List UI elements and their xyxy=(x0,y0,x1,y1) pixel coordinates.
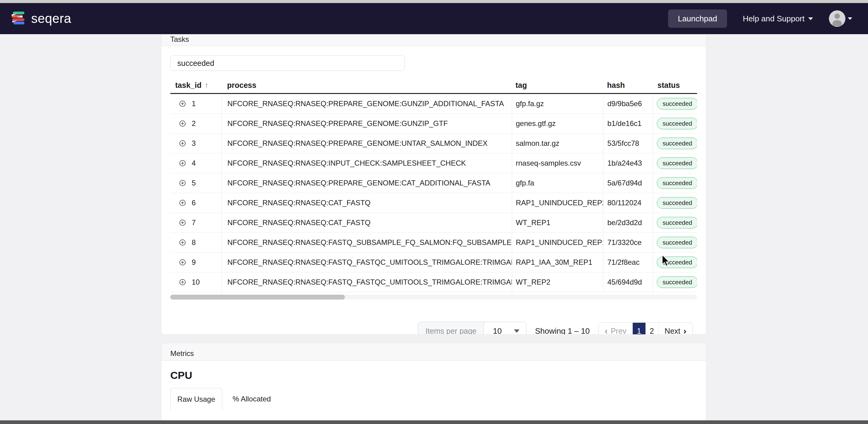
task-tag: rnaseq-samples.csv xyxy=(512,154,603,173)
status-badge: succeeded xyxy=(657,137,697,149)
task-tag: WT_REP1 xyxy=(512,213,603,232)
task-tag: RAP1_UNINDUCED_REP2 xyxy=(512,193,603,213)
tab-percent-allocated[interactable]: % Allocated xyxy=(222,388,281,410)
table-row: 5 NFCORE_RNASEQ:RNASEQ:PREPARE_GENOME:CA… xyxy=(170,173,697,193)
table-row: 7 NFCORE_RNASEQ:RNASEQ:CAT_FASTQ WT_REP1… xyxy=(170,213,697,233)
task-filter-input[interactable] xyxy=(170,56,405,71)
task-id-value: 1 xyxy=(192,99,196,108)
task-id-value: 9 xyxy=(192,258,196,267)
launchpad-button[interactable]: Launchpad xyxy=(668,9,727,28)
table-row: 8 NFCORE_RNASEQ:RNASEQ:FASTQ_SUBSAMPLE_F… xyxy=(170,233,697,253)
cpu-section-title: CPU xyxy=(170,369,697,381)
task-id-value: 4 xyxy=(192,159,196,167)
task-tag: WT_REP2 xyxy=(512,272,603,292)
status-badge: succeeded xyxy=(657,157,697,169)
task-hash: b1/de16c1 xyxy=(603,114,653,133)
tasks-table: task_id ↑ process tag hash status 1 NFCO… xyxy=(170,77,697,292)
task-process: NFCORE_RNASEQ:RNASEQ:FASTQ_FASTQC_UMITOO… xyxy=(221,253,512,272)
items-per-page-label: Items per page xyxy=(418,322,484,335)
items-per-page-select[interactable]: 10 xyxy=(484,322,526,335)
screen-top-edge xyxy=(0,0,868,3)
expand-task-icon[interactable] xyxy=(179,140,186,147)
help-and-support-menu[interactable]: Help and Support xyxy=(743,14,813,24)
sort-ascending-icon: ↑ xyxy=(205,80,209,90)
items-per-page-value: 10 xyxy=(493,326,502,335)
top-navbar: seqera Launchpad Help and Support xyxy=(0,3,868,34)
task-hash: 53/5fcc78 xyxy=(603,134,653,153)
table-row: 6 NFCORE_RNASEQ:RNASEQ:CAT_FASTQ RAP1_UN… xyxy=(170,193,697,213)
chevron-right-icon: › xyxy=(683,326,686,335)
tasks-table-body: 1 NFCORE_RNASEQ:RNASEQ:PREPARE_GENOME:GU… xyxy=(170,94,697,292)
table-row: 10 NFCORE_RNASEQ:RNASEQ:FASTQ_FASTQC_UMI… xyxy=(170,272,697,292)
status-badge: succeeded xyxy=(657,257,697,268)
task-id-value: 6 xyxy=(192,199,196,207)
column-header-status[interactable]: status xyxy=(653,77,697,93)
expand-task-icon[interactable] xyxy=(179,100,186,107)
help-and-support-label: Help and Support xyxy=(743,14,805,24)
tab-raw-usage[interactable]: Raw Usage xyxy=(170,388,222,410)
expand-task-icon[interactable] xyxy=(179,219,186,226)
expand-task-icon[interactable] xyxy=(179,239,186,246)
task-id-value: 10 xyxy=(192,278,200,287)
status-badge: succeeded xyxy=(657,118,697,129)
task-id-value: 8 xyxy=(192,238,196,247)
expand-task-icon[interactable] xyxy=(179,160,186,167)
task-process: NFCORE_RNASEQ:RNASEQ:FASTQ_SUBSAMPLE_FQ_… xyxy=(221,233,512,252)
task-hash: 71/3320ce xyxy=(603,233,653,252)
scrollbar-thumb[interactable] xyxy=(170,295,345,299)
page-1-button[interactable]: 1 xyxy=(633,323,646,335)
pagination-bar: Items per page 10 Showing 1 – 10 ‹ Prev … xyxy=(418,322,693,335)
expand-task-icon[interactable] xyxy=(179,180,186,187)
column-header-task-id[interactable]: task_id ↑ xyxy=(170,77,221,93)
task-id-value: 2 xyxy=(192,119,196,128)
task-process: NFCORE_RNASEQ:RNASEQ:CAT_FASTQ xyxy=(221,193,512,213)
tasks-title: Tasks xyxy=(170,35,189,44)
page-2-button[interactable]: 2 xyxy=(646,323,658,335)
tasks-card: Tasks task_id ↑ process tag hash status xyxy=(161,34,706,335)
task-process: NFCORE_RNASEQ:RNASEQ:PREPARE_GENOME:GUNZ… xyxy=(221,94,512,113)
column-header-hash[interactable]: hash xyxy=(603,77,653,93)
expand-task-icon[interactable] xyxy=(179,120,186,127)
task-tag: salmon.tar.gz xyxy=(512,134,603,153)
screen-bottom-edge xyxy=(0,420,868,424)
chevron-down-icon xyxy=(808,18,813,20)
task-hash: d9/9ba5e6 xyxy=(603,94,653,113)
task-id-value: 7 xyxy=(192,219,196,227)
expand-task-icon[interactable] xyxy=(179,199,186,206)
prev-page-button[interactable]: ‹ Prev xyxy=(598,323,632,335)
table-row: 1 NFCORE_RNASEQ:RNASEQ:PREPARE_GENOME:GU… xyxy=(170,94,697,114)
column-header-tag[interactable]: tag xyxy=(512,77,603,93)
task-hash: 71/2f8eac xyxy=(603,253,653,272)
task-process: NFCORE_RNASEQ:RNASEQ:PREPARE_GENOME:CAT_… xyxy=(221,173,512,193)
tasks-card-header: Tasks xyxy=(161,34,706,46)
tasks-table-header: task_id ↑ process tag hash status xyxy=(170,77,697,94)
expand-task-icon[interactable] xyxy=(179,279,186,286)
task-process: NFCORE_RNASEQ:RNASEQ:PREPARE_GENOME:UNTA… xyxy=(221,134,512,153)
user-menu[interactable] xyxy=(829,10,852,27)
task-hash: 1b/a24e43 xyxy=(603,154,653,173)
chevron-down-icon xyxy=(514,329,520,333)
seqera-logo[interactable]: seqera xyxy=(11,10,71,27)
task-hash: be/2d3d2d xyxy=(603,213,653,232)
chevron-down-icon xyxy=(848,18,852,20)
status-badge: succeeded xyxy=(657,217,697,228)
next-page-button[interactable]: Next › xyxy=(658,323,692,335)
showing-range-text: Showing 1 – 10 xyxy=(535,326,590,335)
metrics-tabs: Raw Usage % Allocated xyxy=(170,388,697,410)
brand-name: seqera xyxy=(31,11,71,26)
column-header-process[interactable]: process xyxy=(221,77,512,93)
task-hash: 80/112024 xyxy=(603,193,653,213)
status-badge: succeeded xyxy=(657,177,697,189)
table-row: 3 NFCORE_RNASEQ:RNASEQ:PREPARE_GENOME:UN… xyxy=(170,134,697,154)
pager: ‹ Prev 1 2 Next › xyxy=(598,322,693,335)
table-row: 4 NFCORE_RNASEQ:RNASEQ:INPUT_CHECK:SAMPL… xyxy=(170,154,697,173)
expand-task-icon[interactable] xyxy=(179,259,186,266)
status-badge: succeeded xyxy=(657,197,697,209)
task-tag: RAP1_IAA_30M_REP1 xyxy=(512,253,603,272)
task-id-value: 3 xyxy=(192,139,196,148)
task-process: NFCORE_RNASEQ:RNASEQ:CAT_FASTQ xyxy=(221,213,512,232)
metrics-card-header: Metrics xyxy=(161,343,706,361)
status-badge: succeeded xyxy=(657,276,697,288)
table-row: 2 NFCORE_RNASEQ:RNASEQ:PREPARE_GENOME:GU… xyxy=(170,114,697,134)
task-hash: 5a/67d94d xyxy=(603,173,653,193)
